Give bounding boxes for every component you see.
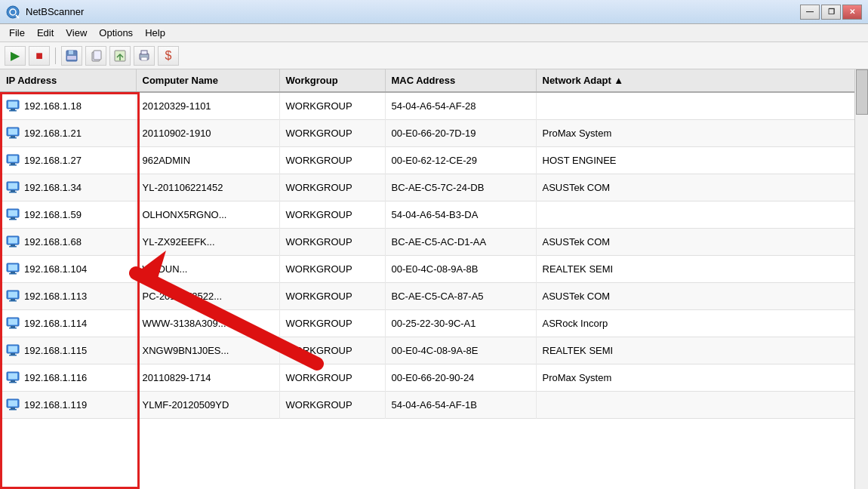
- scrollbar[interactable]: [854, 69, 868, 489]
- cell-ip: 192.168.1.59: [0, 201, 136, 228]
- menu-item-view[interactable]: View: [60, 26, 93, 40]
- cell-workgroup: WORKGROUP: [279, 146, 385, 174]
- cell-ip: 192.168.1.21: [0, 119, 136, 146]
- cell-network: HOST ENGINEE: [536, 146, 868, 174]
- computer-icon: [6, 344, 20, 356]
- table-row[interactable]: 192.168.1.104 WEDUN...WORKGROUP00-E0-4C-…: [0, 255, 868, 282]
- svg-rect-34: [8, 238, 17, 244]
- cell-workgroup: WORKGROUP: [279, 228, 385, 255]
- cell-ip: 192.168.1.115: [0, 337, 136, 364]
- ip-value: 192.168.1.59: [24, 209, 82, 220]
- cell-network: ASUSTek COM: [536, 228, 868, 255]
- cell-network: REALTEK SEMI: [536, 337, 868, 364]
- svg-rect-46: [8, 319, 17, 325]
- ip-value: 192.168.1.68: [24, 236, 82, 248]
- table-row[interactable]: 192.168.1.59 OLHONX5RGNO...WORKGROUP54-0…: [0, 201, 868, 228]
- menu-item-help[interactable]: Help: [139, 26, 171, 40]
- svg-rect-39: [11, 272, 15, 273]
- cell-ip: 192.168.1.18: [0, 92, 136, 119]
- cell-network: ASRock Incorp: [536, 309, 868, 337]
- cell-network: REALTEK SEMI: [536, 255, 868, 282]
- cell-computer: YL-201106221452: [136, 174, 279, 201]
- copy-button[interactable]: [85, 46, 106, 66]
- table-row[interactable]: 192.168.1.115 XNGW9BN1J0ES...WORKGROUP00…: [0, 337, 868, 364]
- cell-mac: 00-E0-4C-08-9A-8E: [385, 337, 536, 364]
- play-button[interactable]: ▶: [5, 46, 26, 66]
- ip-value: 192.168.1.27: [24, 155, 82, 166]
- export-button[interactable]: [109, 46, 131, 66]
- menu-item-file[interactable]: File: [3, 26, 31, 40]
- svg-rect-11: [141, 51, 147, 54]
- svg-rect-19: [11, 136, 15, 137]
- svg-rect-18: [8, 129, 17, 135]
- cell-workgroup: WORKGROUP: [279, 309, 385, 337]
- col-header-computer[interactable]: Computer Name: [136, 69, 279, 92]
- table-row[interactable]: 192.168.1.27 962ADMINWORKGROUP00-E0-62-1…: [0, 146, 868, 174]
- cell-ip: 192.168.1.27: [0, 146, 136, 174]
- svg-rect-58: [8, 401, 17, 407]
- cell-network: [536, 391, 868, 418]
- app-icon: [6, 5, 20, 19]
- cell-mac: 00-E0-66-20-90-24: [385, 364, 536, 391]
- svg-rect-15: [11, 109, 15, 110]
- col-header-workgroup[interactable]: Workgroup: [279, 69, 385, 92]
- cell-computer: XNGW9BN1J0ES...: [136, 337, 279, 364]
- restore-button[interactable]: ❐: [821, 5, 841, 20]
- ip-value: 192.168.1.21: [24, 128, 82, 139]
- table-row[interactable]: 192.168.1.119 YLMF-20120509YDWORKGROUP54…: [0, 391, 868, 418]
- network-table: IP Address Computer Name Workgroup MAC A…: [0, 69, 868, 419]
- ip-value: 192.168.1.119: [24, 399, 87, 411]
- svg-rect-40: [9, 273, 17, 275]
- settings-button[interactable]: $: [158, 46, 179, 66]
- cell-computer: 20110902-1910: [136, 119, 279, 146]
- app-title: NetBScanner: [26, 6, 84, 17]
- cell-mac: 54-04-A6-54-B3-DA: [385, 201, 536, 228]
- col-header-mac[interactable]: MAC Address: [385, 69, 536, 92]
- col-header-ip[interactable]: IP Address: [0, 69, 136, 92]
- computer-icon: [6, 208, 20, 220]
- minimize-button[interactable]: —: [800, 5, 820, 20]
- table-row[interactable]: 192.168.1.68 YL-ZX92EEFK...WORKGROUPBC-A…: [0, 228, 868, 255]
- svg-rect-59: [11, 408, 15, 409]
- svg-rect-7: [94, 51, 101, 60]
- svg-rect-36: [9, 246, 17, 248]
- svg-rect-30: [8, 211, 17, 217]
- svg-rect-47: [11, 326, 15, 328]
- print-button[interactable]: [134, 46, 155, 66]
- cell-workgroup: WORKGROUP: [279, 282, 385, 309]
- svg-line-2: [16, 15, 19, 18]
- table-row[interactable]: 192.168.1.34 YL-201106221452WORKGROUPBC-…: [0, 174, 868, 201]
- computer-icon: [6, 235, 20, 248]
- cell-network: ASUSTek COM: [536, 174, 868, 201]
- cell-workgroup: WORKGROUP: [279, 174, 385, 201]
- svg-rect-54: [8, 374, 17, 380]
- close-button[interactable]: ✕: [842, 5, 862, 20]
- menu-bar: FileEditViewOptionsHelp: [0, 24, 868, 42]
- svg-rect-42: [8, 292, 17, 298]
- cell-mac: 00-E0-66-20-7D-19: [385, 119, 536, 146]
- table-row[interactable]: 192.168.1.21 20110902-1910WORKGROUP00-E0…: [0, 119, 868, 146]
- svg-rect-4: [69, 51, 73, 54]
- menu-item-options[interactable]: Options: [93, 26, 139, 40]
- scrollbar-thumb[interactable]: [856, 69, 868, 115]
- cell-ip: 192.168.1.113: [0, 282, 136, 309]
- computer-icon: [6, 371, 20, 383]
- table-row[interactable]: 192.168.1.18 20120329-1101WORKGROUP54-04…: [0, 92, 868, 119]
- table-row[interactable]: 192.168.1.116 20110829-1714WORKGROUP00-E…: [0, 364, 868, 391]
- svg-rect-31: [11, 217, 15, 219]
- computer-icon: [6, 290, 20, 302]
- cell-computer: 20120329-1101: [136, 92, 279, 119]
- save-button[interactable]: [61, 46, 82, 66]
- svg-rect-14: [8, 102, 17, 108]
- menu-item-edit[interactable]: Edit: [31, 26, 60, 40]
- ip-value: 192.168.1.34: [24, 182, 82, 193]
- svg-rect-43: [11, 299, 15, 300]
- table-row[interactable]: 192.168.1.114 WWW-3138A309...WORKGROUP00…: [0, 309, 868, 337]
- svg-rect-20: [9, 137, 17, 139]
- title-bar: NetBScanner — ❐ ✕: [0, 0, 868, 24]
- col-header-network[interactable]: Network Adapt ▲: [536, 69, 868, 92]
- stop-button[interactable]: ■: [29, 46, 50, 66]
- table-row[interactable]: 192.168.1.113 PC-2011072522...WORKGROUPB…: [0, 282, 868, 309]
- svg-rect-56: [9, 382, 17, 383]
- cell-network: ProMax System: [536, 364, 868, 391]
